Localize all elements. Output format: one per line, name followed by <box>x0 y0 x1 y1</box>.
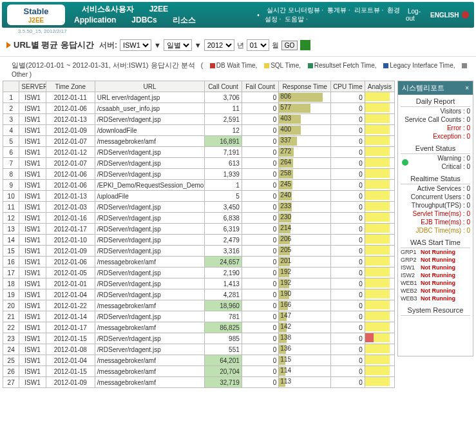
logo-brand: Stable <box>23 6 48 16</box>
error-count: Error : 0 <box>401 124 470 132</box>
daily-report-header: Daily Report <box>401 96 470 107</box>
nav-right-1[interactable]: 통계뷰 · <box>325 6 352 14</box>
table-row[interactable]: 3ISW12012-01-13/RDServer/rdagent.jsp2,59… <box>3 114 395 125</box>
subtitle: 일별(2012-01-01 ~ 2012-01-31, 서버:ISW1) 응답시… <box>0 57 476 81</box>
server-label: 서버: <box>99 40 117 51</box>
table-row[interactable]: 13ISW12012-01-17/RDServer/rdagent.jsp6,3… <box>3 224 395 235</box>
was-row: WEB1Not Running <box>401 279 470 287</box>
table-row[interactable]: 27ISW12012-01-09/messagebroker/amf32,719… <box>3 377 395 388</box>
event-status-header: Event Status <box>401 143 470 154</box>
logo-version: 3.5.50_15, 2012/2/17 <box>18 28 476 34</box>
exception-count: Exception : 0 <box>401 132 470 141</box>
subtitle-text: 일별(2012-01-01 ~ 2012-01-31, 서버:ISW1) 응답시… <box>12 61 195 69</box>
col-0[interactable] <box>3 81 19 92</box>
table-row[interactable]: 16ISW12012-01-06/messagebroker/amf24,657… <box>3 257 395 268</box>
year-label: 년 <box>237 41 244 50</box>
excel-export-icon[interactable] <box>300 40 310 50</box>
table-row[interactable]: 14ISW12012-01-10/RDServer/rdagent.jsp2,4… <box>3 235 395 246</box>
nav-logout[interactable]: Log-out <box>404 8 427 22</box>
was-header: WAS Start Time <box>401 237 470 248</box>
was-row: GRP2Not Running <box>401 256 470 264</box>
table-row[interactable]: 1ISW12012-01-11URL erver/rdagent.jsp3,70… <box>3 92 395 103</box>
col-1[interactable]: SERVER <box>19 81 46 92</box>
nav-right: • 실시간 모니터링뷰 ·통계뷰 ·리포트뷰 ·환경설정 ·도움말 · Log-… <box>255 6 469 24</box>
table-row[interactable]: 7ISW12012-01-07/RDServer/rdagent.jsp6130… <box>3 158 395 169</box>
sys-header: System Resource <box>401 305 470 316</box>
service-call-counts: Service Call Counts : 0 <box>401 115 470 124</box>
close-icon[interactable]: × <box>465 84 469 92</box>
table-row[interactable]: 18ISW12012-01-01/RDServer/rdagent.jsp1,4… <box>3 278 395 289</box>
logo-sub: J2EE <box>28 17 44 24</box>
table-row[interactable]: 12ISW12012-01-16/RDServer/rdagent.jsp6,8… <box>3 213 395 224</box>
table-row[interactable]: 11ISW12012-01-03/RDServer/rdagent.jsp3,4… <box>3 202 395 213</box>
col-7[interactable]: CPU Time <box>330 81 365 92</box>
table-row[interactable]: 4ISW12012-01-09/downloadFile1204000 <box>3 125 395 136</box>
col-3[interactable]: URL <box>95 81 204 92</box>
table-row[interactable]: 10ISW12012-01-13/uploadFile502400 <box>3 191 395 202</box>
jdbc-time: JDBC Time(ms) : 0 <box>401 226 470 235</box>
table-row[interactable]: 19ISW12012-01-04/RDServer/rdagent.jsp4,2… <box>3 289 395 300</box>
table-row[interactable]: 23ISW12012-01-15/RDServer/rdagent.jsp985… <box>3 333 395 344</box>
critical-count: Critical : 0 <box>410 162 470 171</box>
table-row[interactable]: 25ISW12012-01-04/messagebroker/amf64,201… <box>3 355 395 366</box>
ejb-time: EJB Time(ms) : 0 <box>401 218 470 226</box>
col-2[interactable]: Time Zone <box>46 81 95 92</box>
table-row[interactable]: 8ISW12012-01-06/RDServer/rdagent.jsp1,93… <box>3 169 395 180</box>
nav-right-2[interactable]: 리포트뷰 · <box>352 6 386 14</box>
filter-row: URL별 평균 응답시간 서버: ISW1 ▼ 일별 ▼ 2012 년 01 월… <box>0 34 476 57</box>
table-row[interactable]: 15ISW12012-01-09/RDServer/rdagent.jsp3,3… <box>3 246 395 257</box>
logo: Stable J2EE <box>7 5 65 25</box>
col-6[interactable]: Response Time <box>279 81 331 92</box>
top-nav: Stable J2EE 서비스&사용자J2EE ApplicationJDBCs… <box>2 2 474 28</box>
year-select[interactable]: 2012 <box>204 39 234 51</box>
nav-item-2[interactable]: JDBCs <box>124 15 164 24</box>
table-row[interactable]: 9ISW12012-01-06/EPKI_Demo/RequestSession… <box>3 180 395 191</box>
period-select[interactable]: 일별 <box>164 39 192 51</box>
col-8[interactable]: Analysis <box>365 81 394 92</box>
table-row[interactable]: 24ISW12012-01-08/RDServer/rdagent.jsp551… <box>3 344 395 355</box>
nav-right-4[interactable]: 도움말 · <box>283 15 310 23</box>
nav-english[interactable]: ENGLISH <box>428 12 461 19</box>
side-panel: 시스템리포트× Daily Report Visitors : 0 Servic… <box>397 81 473 356</box>
nav-item-3[interactable]: 리소스 <box>165 15 204 24</box>
table-row[interactable]: 20ISW12012-01-22/messagebroker/amf18,960… <box>3 300 395 311</box>
nav-realtime[interactable]: • <box>255 12 262 19</box>
status-ok-icon <box>402 159 408 166</box>
visitors: Visitors : 0 <box>401 107 470 115</box>
servlet-time: Servlet Time(ms) : 0 <box>401 209 470 218</box>
warning-count: Warning : 0 <box>410 154 470 162</box>
page-title: URL별 평균 응답시간 <box>14 39 94 51</box>
realtime-header: Realtime Status <box>401 173 470 184</box>
side-panel-title: 시스템리포트× <box>398 81 473 95</box>
nav-item-0[interactable]: 서비스&사용자 <box>74 5 142 14</box>
was-row: WEB2Not Running <box>401 287 470 295</box>
table-row[interactable]: 6ISW12012-01-12/RDServer/rdagent.jsp7,19… <box>3 147 395 158</box>
col-4[interactable]: Call Count <box>205 81 242 92</box>
server-select[interactable]: ISW1 <box>120 39 151 51</box>
table-row[interactable]: 21ISW12012-01-14/RDServer/rdagent.jsp781… <box>3 311 395 322</box>
month-select[interactable]: 01 <box>247 39 269 51</box>
table-row[interactable]: 26ISW12012-01-15/messagebroker/amf20,704… <box>3 366 395 377</box>
was-row: GRP1Not Running <box>401 248 470 256</box>
col-5[interactable]: Fail Count <box>242 81 279 92</box>
was-row: ISW1Not Running <box>401 264 470 271</box>
table-row[interactable]: 5ISW12012-01-07/messagebroker/amf16,8910… <box>3 136 395 147</box>
nav-right-0[interactable]: 실시간 모니터링뷰 · <box>265 6 325 14</box>
data-table: SERVERTime ZoneURLCall CountFail CountRe… <box>3 81 395 388</box>
lang-toggle-icon[interactable] <box>462 11 469 19</box>
was-row: ISW2Not Running <box>401 271 470 279</box>
throughput: Throughput(TPS) : 0 <box>401 201 470 209</box>
active-services: Active Services : 0 <box>401 184 470 193</box>
table-row[interactable]: 17ISW12012-01-05/RDServer/rdagent.jsp2,1… <box>3 268 395 278</box>
month-label: 월 <box>272 41 279 50</box>
section-marker-icon <box>6 42 11 48</box>
concurrent-users: Concurrent Users : 0 <box>401 193 470 201</box>
was-row: WEB3Not Running <box>401 295 470 302</box>
table-row[interactable]: 22ISW12012-01-17/messagebroker/amf86,825… <box>3 322 395 333</box>
table-row[interactable]: 2ISW12012-01-06/csaabh_user_info.jsp1105… <box>3 103 395 114</box>
go-button[interactable]: GO <box>281 41 298 50</box>
